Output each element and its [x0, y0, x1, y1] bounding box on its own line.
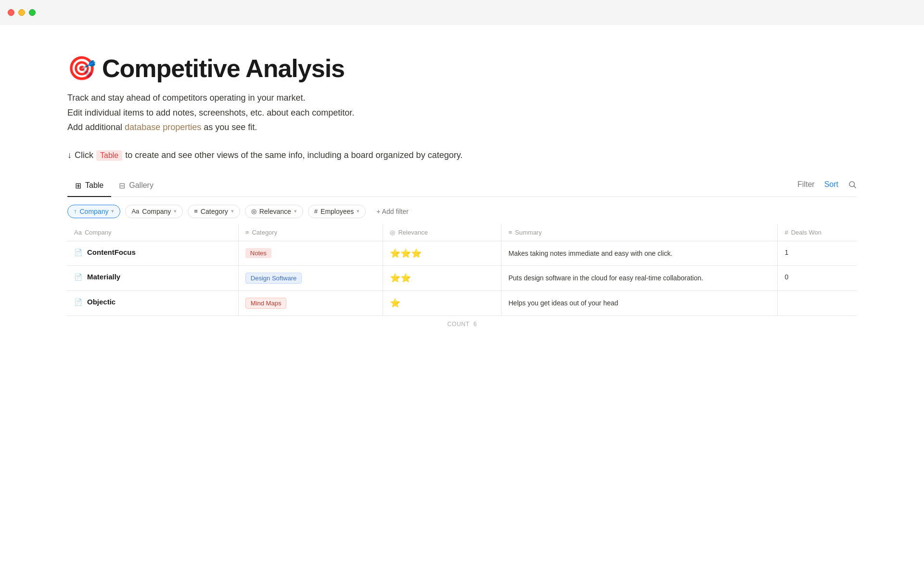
category-tag-1: Notes: [245, 248, 271, 258]
maximize-button[interactable]: [29, 9, 36, 16]
titlebar: [0, 0, 924, 25]
cell-deals-1: 1: [778, 241, 857, 265]
hint-text-after: to create and see other views of the sam…: [125, 150, 462, 160]
company-col-icon: Aa: [74, 229, 82, 236]
table-footer: COUNT 6: [67, 316, 857, 332]
relevance-filter-chevron: ▾: [294, 208, 297, 214]
cell-company-1[interactable]: 📄 ContentFocus: [67, 241, 238, 265]
cell-deals-2: 0: [778, 266, 857, 291]
relevance-stars-3: ⭐: [390, 298, 400, 308]
relevance-stars-2: ⭐⭐: [390, 273, 411, 283]
tab-table[interactable]: ⊞ Table: [67, 176, 111, 197]
page-title-row: 🎯 Competitive Analysis: [67, 54, 857, 83]
database-properties-link[interactable]: database properties: [125, 122, 201, 132]
hint-row: ↓ Click Table to create and see other vi…: [67, 150, 857, 161]
cell-summary-3: Helps you get ideas out of your head: [501, 291, 778, 316]
relevance-filter-label: Relevance: [259, 208, 291, 215]
cell-category-3[interactable]: Mind Maps: [238, 291, 383, 316]
deals-col-label: Deals Won: [791, 229, 821, 236]
cell-category-1[interactable]: Notes: [238, 241, 383, 265]
search-icon: [848, 180, 857, 189]
tab-gallery-label: Gallery: [129, 181, 154, 190]
relevance-col-label: Relevance: [398, 229, 427, 236]
minimize-button[interactable]: [18, 9, 25, 16]
data-table: Aa Company ≡ Category ◎ Relevance: [67, 224, 857, 316]
tab-table-label: Table: [85, 181, 103, 190]
search-button[interactable]: [848, 180, 857, 189]
table-badge[interactable]: Table: [96, 150, 122, 161]
desc-line3-prefix: Add additional: [67, 122, 125, 132]
category-col-label: Category: [252, 229, 277, 236]
cell-relevance-1: ⭐⭐⭐: [383, 241, 501, 265]
tabs-left: ⊞ Table ⊟ Gallery: [67, 176, 161, 197]
employees-filter-label: Employees: [321, 208, 354, 215]
cell-summary-2: Puts design software in the cloud for ea…: [501, 266, 778, 291]
th-company[interactable]: Aa Company: [67, 224, 238, 241]
desc-line3-suffix: as you see fit.: [201, 122, 257, 132]
table-row: 📄 ContentFocus Notes ⭐⭐⭐ Makes taking no…: [67, 241, 857, 265]
cell-summary-1: Makes taking notes immediate and easy wi…: [501, 241, 778, 265]
relevance-col-icon: ◎: [390, 229, 395, 236]
company-row-icon-2: 📄: [74, 273, 82, 281]
add-filter-label: + Add filter: [376, 208, 409, 215]
deals-num-1: 1: [784, 249, 788, 256]
cell-company-2[interactable]: 📄 Materially: [67, 266, 238, 291]
hint-arrow: ↓: [67, 150, 72, 160]
summary-text-1: Makes taking notes immediate and easy wi…: [508, 250, 672, 257]
category-filter-icon: ≡: [194, 208, 198, 215]
count-label: COUNT: [448, 321, 470, 328]
th-category[interactable]: ≡ Category: [238, 224, 383, 241]
employees-filter-icon: #: [314, 208, 318, 215]
summary-col-label: Summary: [515, 229, 542, 236]
category-tag-3: Mind Maps: [245, 298, 287, 309]
category-tag-2: Design Software: [245, 273, 302, 284]
th-deals-won[interactable]: # Deals Won: [778, 224, 857, 241]
toolbar-right: Filter Sort: [797, 180, 857, 193]
sort-button[interactable]: Sort: [824, 180, 838, 189]
company-filter-icon: Aa: [131, 208, 139, 215]
cell-company-3[interactable]: 📄 Objectic: [67, 291, 238, 316]
company-filter[interactable]: Aa Company ▾: [125, 205, 183, 218]
cell-relevance-3: ⭐: [383, 291, 501, 316]
table-icon: ⊞: [75, 181, 81, 190]
company-row-icon-3: 📄: [74, 298, 82, 306]
category-filter[interactable]: ≡ Category ▾: [188, 205, 240, 218]
svg-point-0: [849, 182, 855, 187]
table-header-row: Aa Company ≡ Category ◎ Relevance: [67, 224, 857, 241]
category-filter-label: Category: [201, 208, 228, 215]
page-emoji: 🎯: [67, 55, 96, 82]
table-row: 📄 Objectic Mind Maps ⭐ Helps you get ide…: [67, 291, 857, 316]
count-value: 6: [474, 321, 477, 328]
filter-button[interactable]: Filter: [797, 180, 815, 189]
cell-relevance-2: ⭐⭐: [383, 266, 501, 291]
tab-gallery[interactable]: ⊟ Gallery: [111, 176, 161, 197]
th-summary[interactable]: ≡ Summary: [501, 224, 778, 241]
summary-col-icon: ≡: [508, 229, 512, 236]
gallery-icon: ⊟: [119, 181, 125, 190]
category-col-icon: ≡: [245, 229, 249, 236]
summary-text-2: Puts design software in the cloud for ea…: [508, 274, 703, 282]
relevance-stars-1: ⭐⭐⭐: [390, 249, 422, 258]
desc-line2: Edit individual items to add notes, scre…: [67, 105, 857, 120]
relevance-filter-icon: ◎: [251, 208, 257, 215]
filter-label: Filter: [797, 180, 815, 189]
group-by-filter[interactable]: ↑ Company ▾: [67, 205, 120, 218]
hint-text-before: Click: [75, 150, 93, 160]
category-filter-chevron: ▾: [231, 208, 234, 214]
company-filter-chevron: ▾: [174, 208, 177, 214]
company-name-3: Objectic: [87, 298, 116, 306]
filter-bar: ↑ Company ▾ Aa Company ▾ ≡ Category ▾ ◎ …: [67, 197, 857, 224]
company-row-icon-1: 📄: [74, 249, 82, 256]
desc-line3: Add additional database properties as yo…: [67, 120, 857, 135]
th-relevance[interactable]: ◎ Relevance: [383, 224, 501, 241]
deals-num-2: 0: [784, 273, 788, 281]
desc-line1: Track and stay ahead of competitors oper…: [67, 91, 857, 105]
add-filter-button[interactable]: + Add filter: [371, 205, 414, 218]
close-button[interactable]: [8, 9, 14, 16]
cell-category-2[interactable]: Design Software: [238, 266, 383, 291]
main-content: 🎯 Competitive Analysis Track and stay ah…: [0, 25, 924, 361]
deals-col-icon: #: [784, 229, 788, 236]
employees-filter[interactable]: # Employees ▾: [308, 205, 366, 218]
sort-label: Sort: [824, 180, 838, 189]
relevance-filter[interactable]: ◎ Relevance ▾: [245, 205, 303, 218]
